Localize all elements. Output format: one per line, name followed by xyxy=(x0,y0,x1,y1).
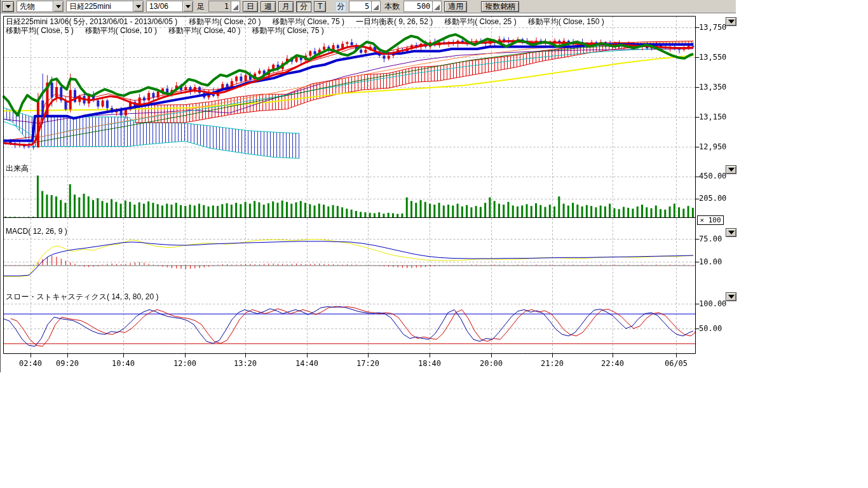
multi-symbol-button[interactable]: 複数銘柄 xyxy=(481,1,519,12)
macd-axis-menu-button[interactable] xyxy=(726,228,736,237)
toolbar: 先物 日経225mini 13/06 足 1 日 週 月 分 T 分 5 本数 … xyxy=(1,0,736,13)
volume-multiplier-box: × 100 xyxy=(697,215,724,225)
category-value: 先物 xyxy=(17,1,53,12)
stoch-tick-label: 50.00 xyxy=(699,324,722,333)
minute-spinner[interactable]: 5 xyxy=(349,1,381,12)
chevron-down-icon xyxy=(56,5,61,8)
stoch-tick-label: 100.00 xyxy=(699,299,726,308)
spin-icon[interactable] xyxy=(231,1,240,11)
spin-icon[interactable] xyxy=(432,1,441,11)
volume-panel-title: 出来高 xyxy=(6,163,29,174)
chart-area: 日経225mini 13/06( 5分, 2013/06/01 - 2013/0… xyxy=(1,13,736,374)
chevron-down-icon xyxy=(728,168,735,172)
price-tick-label: 13,750 xyxy=(699,23,726,32)
price-tick-label: 12,950 xyxy=(699,142,726,151)
legend-ichimoku: 一目均衡表( 9, 26, 52 ) xyxy=(356,17,433,27)
weekly-button[interactable]: 週 xyxy=(261,1,276,12)
time-tick-label: 09:20 xyxy=(56,359,79,368)
volume-tick-label: 450.00 xyxy=(699,172,726,180)
legend-ma10: 移動平均( Close, 10 ) xyxy=(85,25,157,36)
bar-count-label: 本数 xyxy=(383,1,401,12)
interval-value: 1 xyxy=(209,1,231,11)
chart-menu-button[interactable] xyxy=(2,1,14,12)
macd-panel-title: MACD( 12, 26, 9 ) xyxy=(6,227,67,236)
time-tick-label: 02:40 xyxy=(19,359,42,368)
symbol-combobox[interactable]: 日経225mini xyxy=(66,1,144,12)
stoch-axis-menu-button[interactable] xyxy=(726,292,736,301)
volume-tick-label: 205.00 xyxy=(699,194,726,203)
legend-ma75b: 移動平均( Close, 75 ) xyxy=(252,25,323,36)
combo-arrow-button[interactable] xyxy=(53,1,63,11)
symbol-value: 日経225mini xyxy=(67,1,133,12)
contract-month-combobox[interactable]: 13/06 xyxy=(146,1,193,12)
daily-button[interactable]: 日 xyxy=(243,1,258,12)
stochastics-panel-title: スロー・ストキャスティクス( 14, 3, 80, 20 ) xyxy=(6,292,158,302)
time-tick-label: 06/05 xyxy=(665,359,688,368)
legend-ma5: 移動平均( Close, 5 ) xyxy=(6,25,74,36)
legend-row-2: 移動平均( Close, 5 ) 移動平均( Close, 10 ) 移動平均(… xyxy=(6,25,324,36)
time-tick-label: 10:40 xyxy=(112,359,135,368)
chevron-down-icon xyxy=(136,5,141,8)
time-tick-label: 21:20 xyxy=(541,359,564,368)
time-tick-label: 17:20 xyxy=(356,359,379,368)
chevron-down-icon xyxy=(6,5,11,8)
legend-ma40: 移動平均( Close, 40 ) xyxy=(168,25,240,36)
price-tick-label: 13,350 xyxy=(699,83,726,92)
apply-button[interactable]: 適用 xyxy=(444,1,467,12)
bar-type-label: 足 xyxy=(196,1,206,12)
price-axis-menu-button[interactable] xyxy=(726,17,736,26)
volume-axis-menu-button[interactable] xyxy=(726,165,736,174)
bar-count-value: 500 xyxy=(404,1,432,11)
time-tick-label: 22:40 xyxy=(601,359,624,368)
bar-count-spinner[interactable]: 500 xyxy=(403,1,442,12)
legend-ma150: 移動平均( Close, 150 ) xyxy=(528,17,604,27)
chevron-down-icon xyxy=(728,20,735,24)
time-tick-label: 20:00 xyxy=(480,359,503,368)
chart-canvas[interactable] xyxy=(1,13,736,374)
price-tick-label: 13,550 xyxy=(699,53,726,62)
minute-value: 5 xyxy=(349,1,371,11)
time-tick-label: 14:40 xyxy=(295,359,318,368)
monthly-button[interactable]: 月 xyxy=(278,1,294,12)
chevron-down-icon xyxy=(728,231,735,234)
interval-spinner[interactable]: 1 xyxy=(208,1,240,12)
macd-tick-label: 10.00 xyxy=(699,257,722,266)
chevron-down-icon xyxy=(728,295,735,299)
time-tick-label: 13:20 xyxy=(234,359,257,368)
chevron-down-icon xyxy=(186,5,191,8)
combo-arrow-button[interactable] xyxy=(133,1,143,11)
minute-button[interactable]: 分 xyxy=(296,1,311,12)
time-tick-label: 12:00 xyxy=(173,359,196,368)
tick-button[interactable]: T xyxy=(314,1,326,12)
category-combobox[interactable]: 先物 xyxy=(17,1,64,12)
macd-tick-label: 75.00 xyxy=(699,234,722,243)
time-tick-label: 18:40 xyxy=(418,359,441,368)
spin-icon[interactable] xyxy=(371,1,380,11)
minute-unit-label: 分 xyxy=(335,1,346,12)
price-tick-label: 13,150 xyxy=(699,112,726,121)
application-window: 先物 日経225mini 13/06 足 1 日 週 月 分 T 分 5 本数 … xyxy=(0,0,868,488)
combo-arrow-button[interactable] xyxy=(182,1,193,11)
legend-ma25: 移動平均( Close, 25 ) xyxy=(444,17,516,27)
contract-month-value: 13/06 xyxy=(147,2,182,11)
